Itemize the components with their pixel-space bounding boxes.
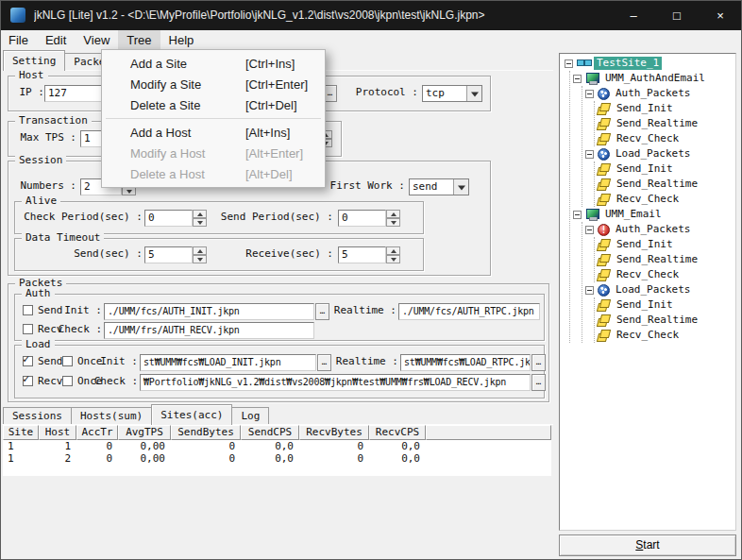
maximize-button[interactable]: □	[655, 0, 699, 30]
load-init-path-input[interactable]: st₩UMM₩fcs₩LOAD_INIT.jkpn	[140, 354, 316, 371]
tree-node-packet[interactable]: Send_Realtime	[595, 116, 735, 131]
timeout-send-spinner[interactable]	[193, 246, 207, 263]
load-send-once-checkbox[interactable]: Once	[62, 352, 103, 369]
tab-hosts-sum[interactable]: Hosts(sum)	[71, 407, 152, 425]
tree-node-label[interactable]: Recv_Check	[614, 132, 682, 145]
collapse-icon[interactable]	[573, 75, 582, 83]
tree-node-label[interactable]: Recv_Check	[614, 329, 682, 342]
tree-node-label[interactable]: Send_Init	[614, 238, 676, 251]
send-period-input[interactable]: 0	[338, 210, 386, 227]
dropdown-arrow-icon[interactable]	[466, 86, 481, 101]
column-header-site[interactable]: Site	[3, 425, 39, 440]
tree-node-packet[interactable]: Recv_Check	[595, 192, 735, 207]
tree-node-packet[interactable]: Send_Realtime	[595, 313, 735, 328]
tree-node-packet-group[interactable]: Auth_Packets	[582, 222, 735, 237]
column-header-sendbytes[interactable]: SendBytes	[171, 425, 241, 440]
tree-node-packet[interactable]: Recv_Check	[595, 267, 735, 282]
auth-realtime-path-input[interactable]: ./UMM/fcs/AUTH_RTPC.jkpn	[398, 303, 540, 320]
menu-item-delete-site[interactable]: Delete a Site [Ctrl+Del]	[104, 94, 323, 115]
checkbox-box[interactable]	[23, 324, 33, 334]
menu-view[interactable]: View	[75, 30, 118, 50]
load-realtime-path-input[interactable]: st₩UMM₩fcs₩LOAD_RTPC.jkpn	[400, 354, 531, 371]
column-header-acctr[interactable]: AccTr	[76, 425, 118, 440]
tree-node-label[interactable]: Send_Realtime	[614, 117, 700, 130]
tree-node-packet[interactable]: Send_Init	[595, 297, 735, 313]
auth-init-browse-button[interactable]: …	[315, 303, 329, 320]
column-header-recvcps[interactable]: RecvCPS	[369, 425, 426, 440]
tab-setting[interactable]: Setting	[3, 50, 65, 71]
collapse-icon[interactable]	[585, 286, 594, 295]
checkbox-box[interactable]	[62, 376, 73, 386]
tree-node-label[interactable]: Send_Init	[614, 298, 676, 312]
dropdown-arrow-icon[interactable]	[453, 179, 468, 195]
tree-node-packet-group[interactable]: Load_Packets	[582, 146, 735, 161]
tree-node-label[interactable]: Send_Init	[614, 102, 676, 115]
tree-node-label[interactable]: UMM_Email	[602, 208, 665, 221]
checkbox-box[interactable]	[62, 356, 73, 366]
checkbox-box[interactable]	[23, 305, 33, 315]
menu-tree[interactable]: Tree	[118, 30, 160, 50]
tree-node-label[interactable]: Recv_Check	[614, 268, 682, 281]
collapse-icon[interactable]	[585, 150, 594, 159]
tree-node-label[interactable]: Send_Realtime	[614, 178, 700, 191]
menu-item-add-host[interactable]: Add a Host [Alt+Ins]	[104, 122, 323, 143]
load-check-browse-button[interactable]: …	[531, 374, 546, 391]
tab-sites-acc[interactable]: Sites(acc)	[151, 404, 232, 425]
menu-edit[interactable]: Edit	[37, 30, 75, 50]
tree-node-host[interactable]: UMM_AuthAndEmail	[570, 71, 735, 86]
checkbox-box[interactable]	[23, 356, 33, 366]
tree-node-packet-group[interactable]: Load_Packets	[582, 282, 735, 297]
load-recv-checkbox[interactable]: Recv	[23, 372, 63, 389]
tree-node-packet[interactable]: Recv_Check	[595, 131, 735, 146]
tab-log[interactable]: Log	[231, 407, 269, 425]
tree-node-label[interactable]: Load_Packets	[613, 283, 693, 297]
column-header-avgtps[interactable]: AvgTPS	[118, 425, 171, 440]
tree-node-packet[interactable]: Send_Realtime	[595, 252, 735, 267]
timeout-receive-input[interactable]: 5	[338, 246, 386, 263]
load-realtime-browse-button[interactable]: …	[531, 354, 546, 371]
menu-item-add-site[interactable]: Add a Site [Ctrl+Ins]	[104, 53, 323, 74]
tree-node-packet[interactable]: Send_Init	[595, 101, 735, 116]
collapse-icon[interactable]	[565, 59, 573, 68]
tree-node-label[interactable]: Send_Init	[614, 162, 676, 176]
tree-node-label[interactable]: Load_Packets	[613, 147, 693, 161]
menu-item-modify-site[interactable]: Modify a Site [Ctrl+Enter]	[104, 74, 323, 94]
collapse-icon[interactable]	[585, 90, 594, 98]
tree-node-label[interactable]: UMM_AuthAndEmail	[602, 72, 708, 85]
first-work-select[interactable]: send	[409, 178, 469, 195]
tree-node-label[interactable]: Recv_Check	[614, 193, 682, 206]
column-header-recvbytes[interactable]: RecvBytes	[299, 425, 369, 440]
auth-check-path-input[interactable]: ./UMM/frs/AUTH_RECV.jkpn	[104, 322, 314, 339]
tree-node-label[interactable]: Send_Realtime	[614, 253, 700, 266]
load-init-browse-button[interactable]: …	[317, 354, 331, 371]
timeout-receive-spinner[interactable]	[386, 246, 400, 263]
column-header-host[interactable]: Host	[39, 425, 76, 440]
start-button[interactable]: Start	[559, 535, 736, 556]
tree-node-packet[interactable]: Recv_Check	[595, 328, 735, 343]
tree-node-packet[interactable]: Send_Realtime	[595, 177, 735, 192]
site-tree[interactable]: TestSite_1 UMM_AuthAndEmail Auth_Packets…	[559, 53, 736, 531]
tree-node-label[interactable]: Auth_Packets	[613, 87, 693, 100]
tree-node-label[interactable]: TestSite_1	[594, 57, 662, 70]
table-row[interactable]: 1 1 0 0,00 0 0,0 0 0,0	[3, 440, 551, 452]
tree-node-packet[interactable]: Send_Init	[595, 237, 735, 252]
tree-node-host[interactable]: UMM_Email	[570, 207, 735, 222]
checkbox-box[interactable]	[23, 376, 33, 386]
protocol-select[interactable]: tcp	[422, 85, 482, 102]
load-send-checkbox[interactable]: Send	[23, 352, 63, 369]
auth-send-checkbox[interactable]: Send	[23, 301, 63, 318]
tree-node-packet-group[interactable]: Auth_Packets	[582, 86, 735, 101]
collapse-icon[interactable]	[573, 211, 582, 219]
column-header-sendcps[interactable]: SendCPS	[241, 425, 299, 440]
minimize-button[interactable]: –	[612, 0, 655, 30]
timeout-send-input[interactable]: 5	[144, 246, 193, 263]
load-check-path-input[interactable]: ₩Portfolio₩jkNLG_v1.2₩dist₩vs2008₩jkpn₩t…	[140, 374, 531, 391]
close-button[interactable]: ×	[699, 0, 742, 30]
table-row[interactable]: 1 2 0 0,00 0 0,0 0 0,0	[3, 452, 551, 465]
check-period-input[interactable]: 0	[144, 210, 193, 227]
tree-node-label[interactable]: Auth_Packets	[613, 223, 693, 236]
auth-init-path-input[interactable]: ./UMM/fcs/AUTH_INIT.jkpn	[104, 303, 314, 320]
check-period-spinner[interactable]	[193, 210, 207, 227]
menu-file[interactable]: File	[0, 30, 37, 50]
tree-node-label[interactable]: Send_Realtime	[614, 314, 700, 327]
